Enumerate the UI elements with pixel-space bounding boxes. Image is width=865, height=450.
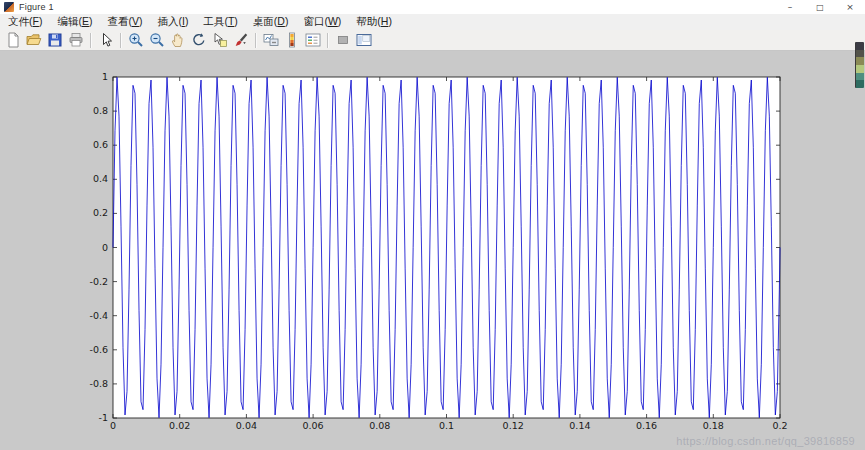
x-tick-label: 0 [110, 420, 116, 431]
x-tick-label: 0.08 [369, 420, 390, 431]
rotate-3d-icon [191, 32, 207, 48]
new-file-button[interactable] [3, 31, 23, 49]
zoom-out-button[interactable] [147, 31, 167, 49]
y-tick-label: 0.6 [93, 139, 108, 150]
x-tick-label: 0.04 [236, 420, 257, 431]
menu-item-insert[interactable]: 插入(I) [157, 15, 188, 29]
insert-colorbar-icon [284, 32, 300, 48]
toolbar-separator [90, 33, 92, 48]
menu-item-help[interactable]: 帮助(H) [356, 15, 392, 29]
minimize-button[interactable]: – [775, 0, 805, 14]
pan-hand-icon [170, 32, 186, 48]
menu-item-view[interactable]: 查看(V) [107, 15, 142, 29]
pan-hand-button[interactable] [168, 31, 188, 49]
hide-plot-tools-icon [335, 32, 351, 48]
window-controls: – □ × [775, 0, 865, 14]
y-tick-label: 0.2 [93, 207, 108, 218]
x-tick-label: 0.2 [772, 420, 787, 431]
brush-icon [233, 32, 249, 48]
y-tick-label: -0.2 [89, 276, 108, 287]
side-panel-segment [856, 42, 864, 50]
zoom-out-icon [149, 32, 165, 48]
figure-area: 00.020.040.060.080.10.120.140.160.180.2-… [0, 51, 865, 450]
save-icon [47, 32, 63, 48]
figure-canvas: 00.020.040.060.080.10.120.140.160.180.2-… [0, 51, 865, 450]
window-title: Figure 1 [19, 2, 54, 12]
open-folder-icon [26, 32, 42, 48]
menu-item-window[interactable]: 窗口(W) [303, 15, 341, 29]
y-tick-label: -0.8 [89, 378, 108, 389]
menu-item-desktop[interactable]: 桌面(D) [253, 15, 289, 29]
x-tick-label: 0.06 [303, 420, 324, 431]
side-panel-segment [856, 65, 864, 73]
side-panel-strip [855, 42, 864, 88]
y-tick-label: -1 [99, 412, 108, 423]
maximize-button[interactable]: □ [805, 0, 835, 14]
menu-item-file[interactable]: 文件(F) [8, 15, 42, 29]
save-button[interactable] [45, 31, 65, 49]
side-panel-segment [856, 50, 864, 58]
x-tick-label: 0.16 [636, 420, 657, 431]
x-tick-label: 0.14 [569, 420, 590, 431]
hide-plot-tools-button[interactable] [333, 31, 353, 49]
insert-legend-button[interactable] [303, 31, 323, 49]
watermark-text: https://blog.csdn.net/qq_39816859 [676, 435, 855, 447]
title-bar: Figure 1 – □ × [0, 0, 865, 15]
link-plot-button[interactable] [261, 31, 281, 49]
toolbar-separator [255, 33, 257, 48]
y-tick-label: 1 [102, 71, 108, 82]
zoom-in-button[interactable] [126, 31, 146, 49]
y-tick-label: 0.4 [93, 173, 108, 184]
x-tick-label: 0.1 [439, 420, 454, 431]
show-plot-tools-icon [356, 32, 372, 48]
y-tick-label: -0.4 [89, 310, 108, 321]
matlab-figure-window: { "window": { "title": "Figure 1", "cont… [0, 0, 865, 450]
data-cursor-icon [212, 32, 228, 48]
matlab-app-icon [4, 2, 14, 12]
close-button[interactable]: × [835, 0, 865, 14]
edit-plot-arrow-button[interactable] [96, 31, 116, 49]
menu-item-tools[interactable]: 工具(T) [203, 15, 237, 29]
print-button[interactable] [66, 31, 86, 49]
x-tick-label: 0.18 [703, 420, 724, 431]
side-panel-segment [856, 57, 864, 65]
toolbar-separator [120, 33, 122, 48]
rotate-3d-button[interactable] [189, 31, 209, 49]
new-file-icon [5, 32, 21, 48]
open-folder-button[interactable] [24, 31, 44, 49]
x-tick-label: 0.12 [503, 420, 524, 431]
menu-item-edit[interactable]: 编辑(E) [57, 15, 92, 29]
y-tick-label: 0.8 [93, 105, 108, 116]
link-plot-icon [263, 32, 279, 48]
toolbar-separator [327, 33, 329, 48]
y-tick-label: 0 [102, 242, 108, 253]
x-tick-label: 0.02 [169, 420, 190, 431]
toolbar [0, 30, 865, 51]
menu-bar: 文件(F)编辑(E)查看(V)插入(I)工具(T)桌面(D)窗口(W)帮助(H) [0, 14, 865, 30]
show-plot-tools-button[interactable] [354, 31, 374, 49]
print-icon [68, 32, 84, 48]
side-panel-segment [856, 73, 864, 81]
zoom-in-icon [128, 32, 144, 48]
insert-legend-icon [305, 32, 321, 48]
edit-plot-arrow-icon [98, 32, 114, 48]
y-tick-label: -0.6 [89, 344, 108, 355]
data-cursor-button[interactable] [210, 31, 230, 49]
insert-colorbar-button[interactable] [282, 31, 302, 49]
brush-button[interactable] [231, 31, 251, 49]
side-panel-segment [856, 80, 864, 88]
